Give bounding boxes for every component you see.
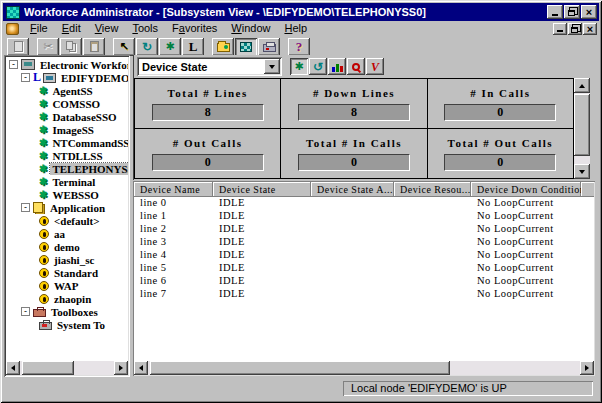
alarm-view-button[interactable] bbox=[347, 58, 365, 75]
tree-item-application[interactable]: -Application bbox=[6, 201, 128, 214]
tree-item-demo[interactable]: demo bbox=[6, 240, 128, 253]
stat-cell-total-lines: Total # Lines8 bbox=[135, 79, 281, 129]
collapse-icon[interactable]: - bbox=[21, 73, 30, 82]
close-button[interactable]: × bbox=[581, 5, 597, 19]
open-folder-button[interactable] bbox=[212, 38, 234, 56]
tree-item-electronic-workfor[interactable]: -Electronic Workfor bbox=[6, 58, 128, 71]
table-cell: No LoopCurrent bbox=[471, 288, 581, 301]
tree-horizontal-scrollbar[interactable] bbox=[6, 361, 128, 375]
table-row-line-2[interactable]: line 2IDLENo LoopCurrent bbox=[134, 223, 594, 236]
new-document-icon bbox=[14, 41, 23, 52]
subsystem-view-button[interactable] bbox=[235, 38, 257, 56]
menu-item-tools[interactable]: Tools bbox=[125, 21, 165, 36]
tree-item-ntcommandss[interactable]: NTCommandSS bbox=[6, 136, 128, 149]
table-cell bbox=[581, 249, 594, 262]
menu-item-edit[interactable]: Edit bbox=[55, 21, 88, 36]
chevron-down-icon bbox=[269, 65, 275, 69]
tree-item-websso[interactable]: WEBSSO bbox=[6, 188, 128, 201]
mdi-minimize-button[interactable] bbox=[553, 23, 567, 35]
tree-item-zhaopin[interactable]: zhaopin bbox=[6, 292, 128, 305]
stat-value-display: 0 bbox=[444, 154, 556, 171]
table-horizontal-scrollbar[interactable] bbox=[134, 361, 594, 375]
collapse-icon[interactable]: - bbox=[21, 203, 30, 212]
stat-cell-total-out-calls: Total # Out Calls0 bbox=[428, 129, 574, 179]
table-row-line-6[interactable]: line 6IDLENo LoopCurrent bbox=[134, 275, 594, 288]
mdi-close-button[interactable]: × bbox=[583, 23, 597, 35]
table-row-line-4[interactable]: line 4IDLENo LoopCurrent bbox=[134, 249, 594, 262]
column-header-device-state-a[interactable]: Device State A... bbox=[311, 182, 394, 197]
log-button[interactable] bbox=[182, 38, 204, 56]
table-row-line-5[interactable]: line 5IDLENo LoopCurrent bbox=[134, 262, 594, 275]
subsystem-icon bbox=[39, 111, 47, 122]
tree-item-system-to[interactable]: System To bbox=[6, 318, 128, 331]
scroll-right-button[interactable] bbox=[114, 361, 128, 375]
column-header-device-name[interactable]: Device Name bbox=[134, 182, 213, 197]
column-header-device-state[interactable]: Device State bbox=[213, 182, 311, 197]
scroll-left-button[interactable] bbox=[134, 361, 148, 375]
menu-item-favorites[interactable]: Favorites bbox=[165, 21, 224, 36]
tree-item-terminal[interactable]: Terminal bbox=[6, 175, 128, 188]
menu-item-file[interactable]: File bbox=[23, 21, 55, 36]
mdi-restore-button[interactable] bbox=[568, 23, 582, 35]
table-cell: IDLE bbox=[213, 249, 311, 262]
tree-item-default[interactable]: <default> bbox=[6, 214, 128, 227]
stat-value-display: 0 bbox=[298, 154, 410, 171]
mdi-document-icon[interactable] bbox=[6, 23, 19, 35]
tree-item-aa[interactable]: aa bbox=[6, 227, 128, 240]
scroll-down-button[interactable] bbox=[574, 164, 590, 179]
chart-view-button[interactable] bbox=[328, 58, 346, 75]
arrow-right-icon bbox=[585, 365, 589, 371]
validate-view-button[interactable] bbox=[366, 58, 384, 75]
tree-item-comsso[interactable]: COMSSO bbox=[6, 97, 128, 110]
tree-item-standard[interactable]: Standard bbox=[6, 266, 128, 279]
refresh-view-button[interactable] bbox=[309, 58, 327, 75]
app-icon bbox=[6, 6, 20, 19]
table-cell: line 7 bbox=[134, 288, 213, 301]
tree-item-toolboxes[interactable]: -Toolboxes bbox=[6, 305, 128, 318]
scrollbar-thumb[interactable] bbox=[574, 94, 590, 156]
subsystem-icon bbox=[39, 124, 47, 135]
tree-item-imagess[interactable]: ImageSS bbox=[6, 123, 128, 136]
stats-vertical-scrollbar[interactable] bbox=[574, 78, 590, 179]
collapse-icon[interactable]: - bbox=[21, 307, 30, 316]
menu-item-view[interactable]: View bbox=[88, 21, 126, 36]
tree-item-edifydemo[interactable]: -LEDIFYDEMO bbox=[6, 71, 128, 84]
tree-item-ntdllss[interactable]: NTDLLSS bbox=[6, 149, 128, 162]
device-view-button[interactable] bbox=[290, 58, 308, 75]
scrollbar-thumb[interactable] bbox=[150, 361, 450, 375]
stat-value-display: 0 bbox=[152, 154, 264, 171]
restore-button[interactable] bbox=[564, 5, 580, 19]
table-cell bbox=[311, 288, 394, 301]
menu-item-window[interactable]: Window bbox=[224, 21, 277, 36]
menu-item-help[interactable]: Help bbox=[277, 21, 314, 36]
scroll-right-button[interactable] bbox=[580, 361, 594, 375]
subsystems-button[interactable] bbox=[159, 38, 181, 56]
pointer-mode-button[interactable] bbox=[113, 38, 135, 56]
minimize-button[interactable] bbox=[547, 5, 563, 19]
app-icon bbox=[39, 242, 49, 252]
tree-item-agentss[interactable]: AgentSS bbox=[6, 84, 128, 97]
tree-item-jiashi-sc[interactable]: jiashi_sc bbox=[6, 253, 128, 266]
table-cell: No LoopCurrent bbox=[471, 262, 581, 275]
tree-item-databasesso[interactable]: DatabaseSSO bbox=[6, 110, 128, 123]
refresh-button[interactable] bbox=[136, 38, 158, 56]
tree-item-wap[interactable]: WAP bbox=[6, 279, 128, 292]
column-header-device-resou[interactable]: Device Resou... bbox=[394, 182, 471, 197]
collapse-icon[interactable]: - bbox=[9, 60, 18, 69]
column-header-blank[interactable] bbox=[581, 182, 594, 197]
view-select-combo[interactable]: Device State bbox=[137, 57, 282, 76]
tree-item-telephonyss0[interactable]: TELEPHONYSS0 bbox=[6, 162, 128, 175]
scroll-left-button[interactable] bbox=[6, 361, 20, 375]
table-row-line-1[interactable]: line 1IDLENo LoopCurrent bbox=[134, 210, 594, 223]
help-button[interactable] bbox=[288, 38, 310, 56]
scrollbar-thumb[interactable] bbox=[22, 361, 74, 375]
table-row-line-7[interactable]: line 7IDLENo LoopCurrent bbox=[134, 288, 594, 301]
table-row-line-0[interactable]: line 0IDLENo LoopCurrent bbox=[134, 197, 594, 210]
print-button[interactable] bbox=[258, 38, 280, 56]
application-icon bbox=[33, 202, 43, 213]
combo-dropdown-button[interactable] bbox=[264, 59, 280, 74]
scroll-up-button[interactable] bbox=[574, 78, 590, 93]
table-row-line-3[interactable]: line 3IDLENo LoopCurrent bbox=[134, 236, 594, 249]
table-cell: IDLE bbox=[213, 236, 311, 249]
column-header-device-down-condition[interactable]: Device Down Condition bbox=[471, 182, 581, 197]
